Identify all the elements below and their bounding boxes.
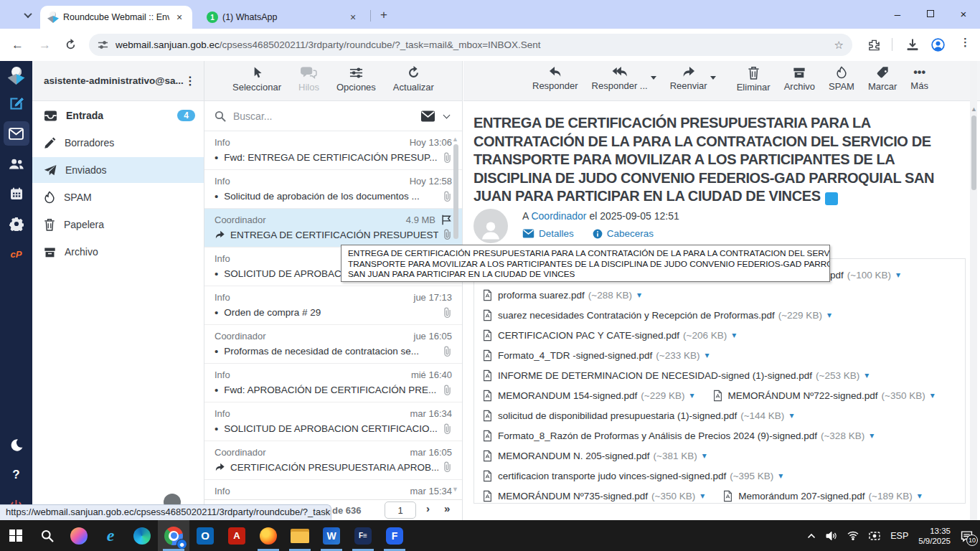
mail-scroll-up-icon[interactable]: ▲ bbox=[971, 105, 977, 113]
message-row[interactable]: InfoHoy 13:06 •Fwd: ENTREGA DE CERTIFICA… bbox=[204, 131, 462, 170]
close-tab-icon[interactable]: × bbox=[174, 11, 185, 23]
list-scroll-up-icon[interactable]: ▲ bbox=[452, 136, 458, 143]
blue-f-app-icon[interactable]: F bbox=[379, 520, 410, 551]
attachment-item[interactable]: pdf(~100 KB)▾ bbox=[830, 270, 900, 281]
maximize-button[interactable] bbox=[914, 0, 947, 27]
mail-nav-button[interactable] bbox=[4, 121, 29, 146]
roundcube-logo[interactable] bbox=[7, 67, 26, 85]
attachment-item[interactable]: MEMORÁNDUM Nº722-signed.pdf(~350 KB)▾ bbox=[713, 390, 935, 402]
attachment-item[interactable]: suarez necesidades Contratación y Recepc… bbox=[483, 309, 831, 321]
more-button[interactable]: ••• Más bbox=[910, 66, 928, 100]
account-menu-kebab-icon[interactable]: ⋮ bbox=[184, 74, 197, 88]
chrome-icon[interactable]: ☻ bbox=[158, 520, 189, 551]
threads-button[interactable]: Hilos bbox=[298, 66, 319, 100]
volume-icon[interactable] bbox=[826, 531, 837, 541]
menu-kebab-icon[interactable]: ⋮ bbox=[960, 36, 971, 49]
attachment-menu-caret-icon[interactable]: ▾ bbox=[778, 471, 783, 481]
acrobat-icon[interactable]: A bbox=[221, 520, 253, 551]
close-tab-icon[interactable]: × bbox=[347, 11, 359, 23]
attachment-menu-caret-icon[interactable]: ▾ bbox=[896, 270, 900, 280]
reply-all-button[interactable]: Responder ... bbox=[592, 66, 648, 91]
recipient-link[interactable]: Coordinador bbox=[531, 210, 586, 222]
spam-button[interactable]: SPAM bbox=[829, 66, 854, 100]
forward-caret-icon[interactable] bbox=[710, 76, 716, 80]
minimize-button[interactable]: – bbox=[881, 0, 914, 27]
forward-button[interactable]: Reenviar bbox=[670, 66, 707, 91]
attachment-item[interactable]: proforma suarez.pdf(~288 KB)▾ bbox=[483, 289, 641, 301]
mark-button[interactable]: Marcar bbox=[868, 66, 897, 100]
attachment-item[interactable]: MEMORANDUM 154-signed.pdf(~229 KB)▾ bbox=[483, 390, 694, 402]
attachment-item[interactable]: certificacion transporte judo vinces-sig… bbox=[483, 470, 783, 482]
message-row[interactable]: Infojue 17:13 •Orden de compra # 29 bbox=[204, 286, 462, 325]
download-icon[interactable] bbox=[906, 38, 919, 51]
search-options-chevron-icon[interactable] bbox=[443, 111, 451, 118]
sidebar-item-borradores[interactable]: Borradores bbox=[32, 130, 204, 156]
attachment-item[interactable]: INFORME DE DETERMINACION DE NECESIDAD-si… bbox=[483, 369, 869, 382]
reply-all-caret-icon[interactable] bbox=[651, 76, 656, 80]
tray-chevron-up-icon[interactable] bbox=[807, 533, 816, 539]
message-row[interactable]: InfoHoy 12:58 •Solicitud de aprobación d… bbox=[204, 170, 462, 209]
attachment-item[interactable]: Formato_8_Razón de Proformas y Análisis … bbox=[483, 430, 874, 442]
reload-button[interactable] bbox=[65, 39, 77, 51]
options-button[interactable]: Opciones bbox=[336, 66, 376, 100]
attachment-menu-caret-icon[interactable]: ▾ bbox=[789, 410, 793, 420]
start-button[interactable] bbox=[0, 520, 32, 551]
tab-search-button[interactable] bbox=[19, 7, 37, 23]
attachment-menu-caret-icon[interactable]: ▾ bbox=[930, 390, 935, 400]
bookmark-star-icon[interactable]: ☆ bbox=[834, 39, 844, 52]
file-explorer-icon[interactable] bbox=[284, 520, 316, 551]
reply-button[interactable]: Responder bbox=[532, 66, 578, 100]
sidebar-item-archivo[interactable]: Archivo bbox=[32, 239, 204, 265]
search-input[interactable] bbox=[233, 110, 420, 122]
sidebar-item-entrada[interactable]: Entrada 4 bbox=[32, 103, 204, 128]
attachment-menu-caret-icon[interactable]: ▾ bbox=[690, 390, 694, 400]
attachment-menu-caret-icon[interactable]: ▾ bbox=[702, 451, 707, 461]
attachment-item[interactable]: MEMORÁNDUM Nº735-signed.pdf(~350 KB)▾ bbox=[483, 490, 705, 502]
attachment-item[interactable]: Memorándum 207-signed.pdf(~189 KB)▾ bbox=[723, 490, 922, 502]
message-row[interactable]: Infomar 16:34 •SOLICITUD DE APROBACION C… bbox=[204, 402, 462, 441]
select-button[interactable]: Seleccionar bbox=[232, 66, 281, 100]
firefox-icon[interactable] bbox=[253, 520, 284, 551]
cast-icon[interactable] bbox=[869, 531, 880, 541]
taskbar-search-icon[interactable] bbox=[32, 520, 63, 551]
calendar-nav-button[interactable] bbox=[4, 182, 29, 206]
attachment-menu-caret-icon[interactable]: ▾ bbox=[637, 290, 641, 300]
attachment-menu-caret-icon[interactable]: ▾ bbox=[705, 350, 710, 360]
details-link[interactable]: Detalles bbox=[522, 228, 574, 239]
attachment-item[interactable]: MEMORANDUM N. 205-signed.pdf(~381 KB)▾ bbox=[483, 450, 707, 462]
profile-icon[interactable] bbox=[931, 38, 945, 52]
next-page-icon[interactable]: › bbox=[426, 502, 430, 514]
list-scrollbar-thumb[interactable] bbox=[453, 144, 458, 239]
back-button[interactable]: ← bbox=[11, 38, 24, 52]
external-link-icon[interactable] bbox=[825, 192, 838, 205]
help-icon[interactable]: ? bbox=[4, 463, 29, 487]
refresh-button[interactable]: Actualizar bbox=[393, 66, 434, 100]
internet-explorer-icon[interactable]: e bbox=[95, 520, 126, 551]
fielweb-app-icon[interactable]: F≡ bbox=[347, 520, 379, 551]
site-settings-icon[interactable] bbox=[98, 39, 108, 50]
extensions-icon[interactable] bbox=[868, 39, 880, 51]
message-row-selected[interactable]: Coordinador4.9 MB ENTREGA DE CERTIFICACI… bbox=[204, 209, 462, 248]
tab-roundcube[interactable]: Roundcube Webmail :: Enviados × bbox=[40, 6, 192, 29]
wifi-icon[interactable] bbox=[847, 531, 859, 540]
copilot-icon[interactable] bbox=[63, 520, 95, 551]
contacts-nav-button[interactable] bbox=[4, 151, 29, 176]
message-row[interactable]: Coordinadorjue 16:05 •Proformas de neces… bbox=[204, 325, 462, 364]
attachment-menu-caret-icon[interactable]: ▾ bbox=[732, 330, 736, 340]
sidebar-item-papelera[interactable]: Papelera bbox=[32, 212, 204, 237]
clock[interactable]: 13:355/9/2025 bbox=[918, 526, 951, 546]
delete-button[interactable]: Eliminar bbox=[737, 66, 771, 100]
attachment-item[interactable]: CERTIFICACION PAC Y CATE-signed.pdf(~206… bbox=[483, 329, 736, 342]
cpanel-icon[interactable]: cP bbox=[4, 242, 29, 266]
notifications-icon[interactable]: 10 bbox=[961, 529, 973, 542]
attachment-menu-caret-icon[interactable]: ▾ bbox=[700, 491, 705, 501]
headers-link[interactable]: Cabeceras bbox=[593, 228, 654, 239]
message-row[interactable]: Infomié 16:40 •Fwd: APROBACIÓN DE CERTIF… bbox=[204, 364, 462, 402]
forward-button[interactable]: → bbox=[39, 38, 51, 52]
settings-nav-button[interactable] bbox=[4, 212, 29, 236]
sidebar-item-spam[interactable]: SPAM bbox=[32, 184, 204, 210]
edge-icon[interactable] bbox=[126, 520, 158, 551]
attachment-menu-caret-icon[interactable]: ▾ bbox=[918, 491, 922, 501]
tab-whatsapp[interactable]: 1 (1) WhatsApp × bbox=[199, 6, 366, 29]
language-indicator[interactable]: ESP bbox=[890, 531, 908, 541]
